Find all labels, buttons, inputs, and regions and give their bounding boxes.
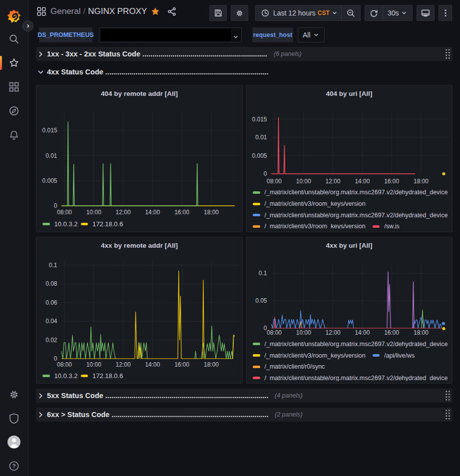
svg-text:10:00: 10:00 <box>86 361 101 368</box>
svg-text:08:00: 08:00 <box>57 361 72 368</box>
svg-text:14:00: 14:00 <box>355 178 370 185</box>
svg-text:12:00: 12:00 <box>116 209 131 216</box>
svg-text:14:00: 14:00 <box>355 329 370 336</box>
svg-text:14:00: 14:00 <box>145 209 160 216</box>
svg-text:0.1: 0.1 <box>259 270 267 277</box>
svg-text:08:00: 08:00 <box>267 329 282 336</box>
svg-text:0.015: 0.015 <box>42 127 57 134</box>
svg-text:18:00: 18:00 <box>414 178 429 185</box>
svg-text:10:00: 10:00 <box>296 329 311 336</box>
svg-text:0.02: 0.02 <box>45 337 57 344</box>
svg-text:16:00: 16:00 <box>174 361 189 368</box>
svg-text:0.05: 0.05 <box>255 297 267 304</box>
svg-text:0.005: 0.005 <box>252 152 267 159</box>
svg-text:08:00: 08:00 <box>57 209 72 216</box>
svg-text:0.015: 0.015 <box>252 116 267 123</box>
svg-text:0.01: 0.01 <box>45 152 57 159</box>
svg-text:10:00: 10:00 <box>296 178 311 185</box>
svg-text:0.1: 0.1 <box>49 262 57 269</box>
svg-text:18:00: 18:00 <box>414 329 429 336</box>
svg-text:0: 0 <box>264 170 267 177</box>
svg-text:08:00: 08:00 <box>267 178 282 185</box>
svg-text:14:00: 14:00 <box>145 361 160 368</box>
svg-text:0.08: 0.08 <box>45 280 57 287</box>
svg-text:?: ? <box>12 463 16 469</box>
svg-text:18:00: 18:00 <box>204 209 219 216</box>
svg-text:0.005: 0.005 <box>42 177 57 184</box>
svg-text:12:00: 12:00 <box>116 361 131 368</box>
svg-text:12:00: 12:00 <box>326 329 341 336</box>
svg-text:16:00: 16:00 <box>384 329 399 336</box>
svg-text:0: 0 <box>54 202 57 209</box>
svg-text:0.01: 0.01 <box>255 134 267 141</box>
svg-text:0.04: 0.04 <box>45 318 57 325</box>
svg-text:16:00: 16:00 <box>174 209 189 216</box>
svg-text:12:00: 12:00 <box>326 178 341 185</box>
svg-text:16:00: 16:00 <box>384 178 399 185</box>
svg-text:0.06: 0.06 <box>45 299 57 306</box>
svg-text:18:00: 18:00 <box>204 361 219 368</box>
svg-text:10:00: 10:00 <box>86 209 101 216</box>
